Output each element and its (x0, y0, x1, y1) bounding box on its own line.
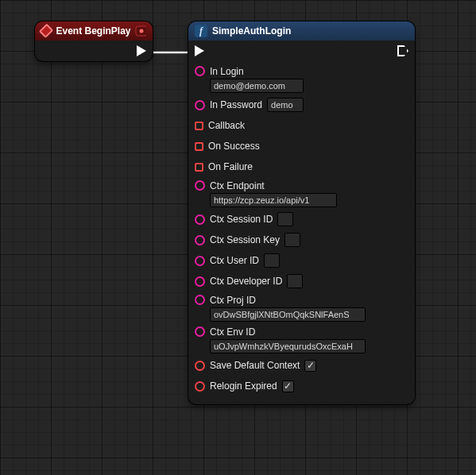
ctx-user-id-label: Ctx User ID (210, 255, 259, 266)
ctx-session-id-label: Ctx Session ID (210, 214, 273, 225)
string-pin-icon[interactable] (195, 295, 205, 305)
pin-on-failure: On Failure (195, 156, 408, 177)
simpleauthlogin-node[interactable]: f SimpleAuthLogin In Login demo@demo.com… (188, 21, 415, 404)
event-header: Event BeginPlay (35, 21, 153, 41)
on-success-label: On Success (208, 141, 260, 152)
string-pin-icon[interactable] (195, 326, 205, 337)
ctx-session-key-label: Ctx Session Key (210, 234, 280, 245)
pin-ctx-session-id: Ctx Session ID (195, 209, 408, 230)
ctx-dev-id-label: Ctx Developer ID (210, 276, 282, 287)
string-pin-icon[interactable] (195, 235, 205, 245)
pin-ctx-dev-id: Ctx Developer ID (195, 271, 408, 292)
ctx-proj-id-value[interactable]: ovDwSBfgjlXNtBOmQqkSNlFAenS (210, 307, 366, 322)
event-exec-out-pin[interactable] (137, 45, 146, 56)
ctx-env-id-label: Ctx Env ID (210, 326, 366, 338)
in-password-label: In Password (210, 99, 262, 110)
pin-ctx-endpoint: Ctx Endpoint https://zcp.zeuz.io/api/v1 (195, 177, 408, 209)
pin-in-password: In Password demo (195, 95, 408, 115)
pin-relogin-expired: Relogin Expired ✓ (195, 376, 408, 396)
save-default-label: Save Default Context (210, 360, 300, 371)
bool-pin-icon[interactable] (195, 381, 205, 392)
func-exec-out-pin[interactable] (397, 45, 408, 56)
callback-label: Callback (208, 120, 245, 131)
event-exec-row (35, 41, 153, 61)
func-title: SimpleAuthLogin (212, 25, 408, 37)
ctx-session-id-value[interactable] (277, 212, 293, 226)
delegate-pin-icon[interactable] (195, 122, 203, 130)
event-title: Event BeginPlay (56, 25, 130, 37)
in-login-value[interactable]: demo@demo.com (210, 79, 304, 93)
ctx-session-key-value[interactable] (284, 233, 300, 247)
event-beginplay-node[interactable]: Event BeginPlay (35, 21, 153, 61)
relogin-expired-checkbox[interactable]: ✓ (282, 380, 294, 392)
string-pin-icon[interactable] (195, 214, 205, 225)
string-pin-icon[interactable] (195, 100, 205, 110)
func-exec-in-pin[interactable] (195, 45, 204, 56)
ctx-endpoint-label: Ctx Endpoint (210, 180, 337, 191)
pin-ctx-env-id: Ctx Env ID uOJvpWmhzkVByequrudsOxcExaH (195, 323, 408, 355)
event-badge-icon (135, 25, 146, 37)
in-password-value[interactable]: demo (267, 98, 304, 112)
delegate-pin-icon[interactable] (195, 163, 203, 172)
pin-ctx-session-key: Ctx Session Key (195, 230, 408, 250)
bool-pin-icon[interactable] (195, 361, 205, 371)
func-exec-row (188, 41, 415, 61)
pin-save-default-context: Save Default Context ✓ (195, 355, 408, 376)
event-icon (39, 24, 54, 39)
string-pin-icon[interactable] (195, 256, 205, 266)
ctx-endpoint-value[interactable]: https://zcp.zeuz.io/api/v1 (210, 193, 337, 207)
ctx-dev-id-value[interactable] (287, 274, 303, 288)
func-header: f SimpleAuthLogin (188, 21, 415, 41)
on-failure-label: On Failure (208, 161, 253, 172)
function-icon: f (195, 25, 207, 37)
ctx-proj-id-label: Ctx Proj ID (210, 295, 366, 306)
pin-ctx-user-id: Ctx User ID (195, 250, 408, 271)
ctx-env-id-value[interactable]: uOJvpWmhzkVByequrudsOxcExaH (210, 339, 366, 353)
string-pin-icon[interactable] (195, 66, 205, 76)
pin-in-login: In Login demo@demo.com (195, 63, 408, 95)
in-login-label: In Login (210, 66, 304, 77)
ctx-user-id-value[interactable] (264, 253, 280, 268)
string-pin-icon[interactable] (195, 276, 205, 287)
delegate-pin-icon[interactable] (195, 142, 203, 151)
save-default-checkbox[interactable]: ✓ (304, 360, 316, 372)
string-pin-icon[interactable] (195, 180, 205, 191)
relogin-expired-label: Relogin Expired (210, 380, 277, 392)
svg-point-1 (140, 29, 144, 33)
pin-on-success: On Success (195, 136, 408, 156)
pin-ctx-proj-id: Ctx Proj ID ovDwSBfgjlXNtBOmQqkSNlFAenS (195, 292, 408, 323)
pin-callback: Callback (195, 115, 408, 136)
